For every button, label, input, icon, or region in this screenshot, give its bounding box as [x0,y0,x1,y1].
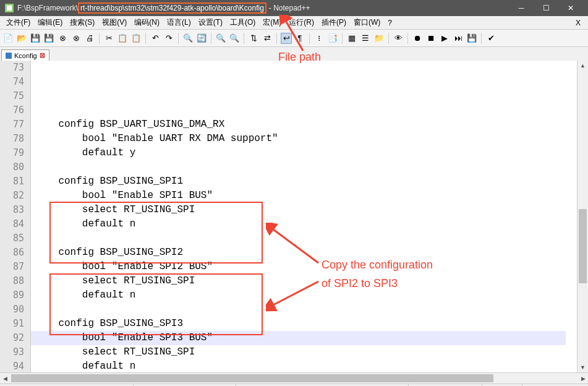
play-multi-icon[interactable]: ⏭ [453,33,464,44]
file-tab[interactable]: Kconfig ⊠ [1,49,49,61]
menu-view[interactable]: 视图(V) [98,16,130,29]
menu-search[interactable]: 搜索(S) [66,16,98,29]
code-line[interactable]: select RT_USING_SPI [35,203,577,217]
menu-run[interactable]: 运行(R) [285,16,318,29]
scroll-left-icon[interactable]: ◀ [0,373,10,384]
code-line[interactable]: default n [35,217,577,231]
sync-h-icon[interactable]: ⇄ [262,33,273,44]
tab-bar: Kconfig ⊠ [0,47,588,61]
code-line[interactable]: config BSP_USING_SPI3 [35,317,577,331]
cut-icon[interactable]: ✂ [103,33,114,44]
code-line[interactable]: bool "Enable SPI2 BUS" [35,260,577,274]
code-line[interactable]: default n [35,288,577,302]
vertical-scrollbar[interactable]: ▲ ▼ [577,61,588,372]
lang-icon[interactable]: 📑 [327,33,338,44]
paste-icon[interactable]: 📋 [130,33,142,44]
code-area[interactable]: config BSP_UART_USING_DMA_RX bool "Enabl… [31,61,577,372]
code-line[interactable]: config BSP_USING_SPI1 [35,174,577,189]
folder-icon[interactable]: 📁 [373,33,385,44]
menu-bar: 文件(F) 编辑(E) 搜索(S) 视图(V) 编码(N) 语言(L) 设置(T… [0,16,588,30]
undo-icon[interactable]: ↶ [150,33,161,44]
wrap-icon[interactable]: ↩ [281,33,292,44]
tab-label: Kconfig [14,52,37,59]
doc-map-icon[interactable]: ▦ [346,33,357,44]
line-number-gutter: 7374757677787980818283848586878889909192… [0,61,31,372]
code-line[interactable] [35,103,577,118]
save-macro-icon[interactable]: 💾 [466,33,477,44]
code-line[interactable]: config BSP_USING_SPI2 [35,246,577,260]
menu-tools[interactable]: 工具(O) [226,16,259,29]
maximize-button[interactable]: ☐ [534,0,558,16]
app-icon [5,4,14,12]
zoom-in-icon[interactable]: 🔍 [215,33,226,44]
record-icon[interactable]: ⏺ [412,33,423,44]
close-all-icon[interactable]: ⊗ [70,33,82,44]
stop-icon[interactable]: ⏹ [425,33,437,44]
code-line[interactable]: select RT_USING_SPI [35,274,577,288]
tab-status-icon [6,53,12,59]
title-path-prefix: F:\BspFramework\ [17,4,78,12]
menu-edit[interactable]: 编辑(E) [34,16,66,29]
close-window-button[interactable]: ✕ [558,0,583,16]
scroll-down-icon[interactable]: ▼ [577,362,588,372]
indent-guide-icon[interactable]: ⫶ [313,33,325,44]
show-all-icon[interactable]: ¶ [294,33,305,44]
menu-macro[interactable]: 宏(M) [259,16,285,29]
func-list-icon[interactable]: ☰ [360,33,371,44]
editor: 7374757677787980818283848586878889909192… [0,61,588,372]
svg-rect-1 [7,6,12,11]
save-all-icon[interactable]: 💾 [43,33,54,44]
scroll-up-icon[interactable]: ▲ [577,61,588,71]
code-line[interactable] [35,160,577,174]
menubar-close-button[interactable]: X [571,19,586,27]
minimize-button[interactable]: ─ [509,0,534,16]
redo-icon[interactable]: ↷ [163,33,174,44]
new-file-icon[interactable]: 📄 [2,33,14,44]
open-icon[interactable]: 📂 [16,33,27,44]
code-line[interactable]: default n [35,359,577,374]
code-line[interactable] [35,302,577,317]
menu-help[interactable]: ? [384,17,396,28]
code-line[interactable]: bool "Enable SPI1 BUS" [35,189,577,203]
code-line[interactable]: bool "Enable UART RX DMA support" [35,132,577,146]
title-bar: F:\BspFramework\ rt-thread\bsp\stm32\stm… [0,0,588,16]
menu-settings[interactable]: 设置(T) [195,16,226,29]
menu-encoding[interactable]: 编码(N) [130,16,163,29]
code-line[interactable]: default y [35,146,577,160]
save-icon[interactable]: 💾 [30,33,41,44]
title-app-name: - Notepad++ [269,4,310,12]
close-icon[interactable]: ⊗ [57,33,68,44]
toolbar: 📄📂💾💾⊗⊗🖨✂📋📋↶↷🔍🔄🔍🔍⇅⇄↩¶⫶📑▦☰📁👁⏺⏹▶⏭💾✔ [0,30,588,47]
code-line[interactable]: config BSP_UART_USING_DMA_RX [35,118,577,132]
print-icon[interactable]: 🖨 [84,33,95,44]
menu-file[interactable]: 文件(F) [2,16,34,29]
play-icon[interactable]: ▶ [439,33,450,44]
find-icon[interactable]: 🔍 [182,33,194,44]
scrollbar-thumb[interactable] [579,209,587,283]
menu-language[interactable]: 语言(L) [163,16,195,29]
close-tab-icon[interactable]: ⊠ [40,51,45,59]
menu-plugins[interactable]: 插件(P) [318,16,350,29]
zoom-out-icon[interactable]: 🔍 [229,33,240,44]
sync-v-icon[interactable]: ⇅ [248,33,259,44]
code-line[interactable] [35,231,577,246]
copy-icon[interactable]: 📋 [117,33,128,44]
scroll-right-icon[interactable]: ▶ [578,373,588,384]
code-line[interactable]: bool "Enable SPI3 BUS" [35,331,577,345]
title-path-highlighted: rt-thread\bsp\stm32\stm32f429-atk-apollo… [78,2,266,14]
menu-window[interactable]: 窗口(W) [350,16,384,29]
spell-icon[interactable]: ✔ [485,33,496,44]
code-line[interactable] [35,374,577,386]
code-line[interactable]: select RT_USING_SPI [35,345,577,359]
monitor-icon[interactable]: 👁 [393,33,404,44]
replace-icon[interactable]: 🔄 [196,33,207,44]
